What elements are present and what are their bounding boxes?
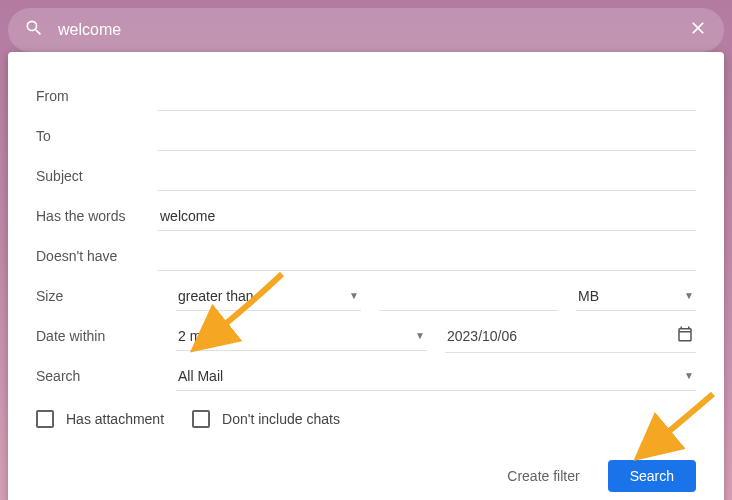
search-input[interactable] (44, 21, 688, 39)
dont-include-chats-label: Don't include chats (222, 411, 340, 427)
chevron-down-icon: ▼ (349, 290, 359, 301)
create-filter-button[interactable]: Create filter (493, 460, 593, 492)
doesnt-have-field[interactable] (158, 242, 696, 271)
search-scope-select[interactable]: All Mail ▼ (176, 362, 696, 391)
has-attachment-label: Has attachment (66, 411, 164, 427)
date-within-label: Date within (36, 328, 158, 344)
chevron-down-icon: ▼ (415, 330, 425, 341)
subject-label: Subject (36, 168, 158, 184)
dont-include-chats-checkbox[interactable]: Don't include chats (192, 410, 340, 428)
size-value-field[interactable] (379, 282, 558, 311)
size-label: Size (36, 288, 158, 304)
size-unit-value: MB (578, 288, 599, 304)
search-in-label: Search (36, 368, 158, 384)
doesnt-have-label: Doesn't have (36, 248, 158, 264)
close-icon[interactable] (688, 18, 708, 42)
checkbox-box (192, 410, 210, 428)
to-field[interactable] (158, 122, 696, 151)
search-bar[interactable] (8, 8, 724, 52)
has-attachment-checkbox[interactable]: Has attachment (36, 410, 164, 428)
from-label: From (36, 88, 158, 104)
calendar-icon[interactable] (676, 325, 694, 346)
checkbox-box (36, 410, 54, 428)
date-range-value: 2 months (178, 328, 236, 344)
has-words-label: Has the words (36, 208, 158, 224)
has-words-field[interactable] (158, 202, 696, 231)
search-button[interactable]: Search (608, 460, 696, 492)
search-icon (24, 18, 44, 42)
subject-field[interactable] (158, 162, 696, 191)
advanced-search-panel: From To Subject Has the words Doesn't ha… (8, 52, 724, 500)
chevron-down-icon: ▼ (684, 290, 694, 301)
from-field[interactable] (158, 82, 696, 111)
size-operator-select[interactable]: greater than ▼ (176, 282, 361, 311)
search-scope-value: All Mail (178, 368, 223, 384)
date-field[interactable]: 2023/10/06 (445, 319, 696, 353)
chevron-down-icon: ▼ (684, 370, 694, 381)
date-value: 2023/10/06 (447, 328, 517, 344)
date-range-select[interactable]: 2 months ▼ (176, 322, 427, 351)
size-operator-value: greater than (178, 288, 254, 304)
to-label: To (36, 128, 158, 144)
size-unit-select[interactable]: MB ▼ (576, 282, 696, 311)
